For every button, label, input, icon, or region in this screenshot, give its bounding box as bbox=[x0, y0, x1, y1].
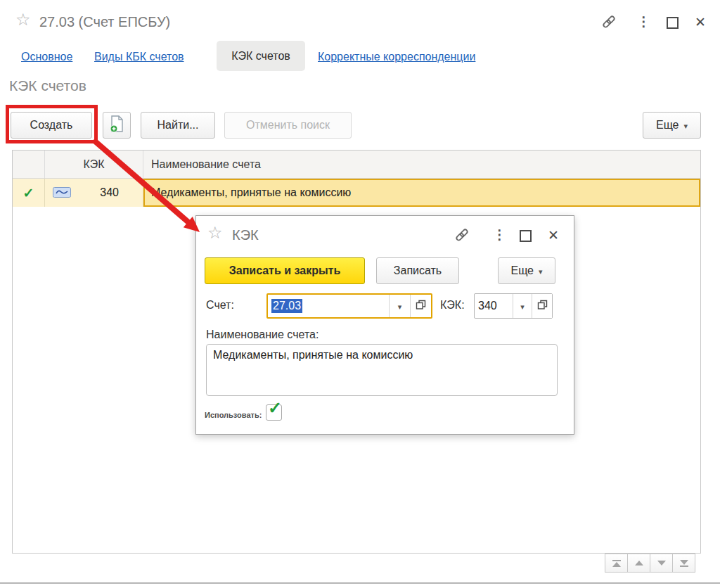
maximize-icon[interactable] bbox=[667, 17, 679, 29]
row-kek-cell[interactable]: 340 bbox=[45, 179, 143, 207]
window-title: 27.03 (Счет ЕПСБУ) bbox=[39, 14, 170, 30]
kek-value-text: 340 bbox=[478, 300, 497, 312]
account-dropdown-icon: ▾ bbox=[398, 302, 402, 311]
window-bottom-border bbox=[0, 582, 720, 584]
kek-field: 340 ▾ bbox=[474, 293, 553, 319]
scroll-top-triangle-icon bbox=[612, 562, 621, 567]
save-button-label: Записать bbox=[394, 264, 442, 277]
new-document-plus-icon bbox=[110, 115, 124, 136]
dialog-get-link-icon[interactable] bbox=[454, 226, 470, 246]
account-dropdown-button[interactable]: ▾ bbox=[389, 295, 410, 317]
more-button[interactable]: Еще ▾ bbox=[643, 112, 701, 139]
down-triangle-icon bbox=[657, 561, 666, 565]
scroll-to-top-button[interactable] bbox=[605, 554, 628, 573]
table-header-kek: КЭК bbox=[45, 151, 143, 178]
table-header-marker-column bbox=[13, 151, 45, 178]
scroll-down-button[interactable] bbox=[650, 554, 673, 573]
scroll-up-button[interactable] bbox=[627, 554, 650, 573]
check-mark-icon: ✓ bbox=[23, 185, 34, 201]
kek-input[interactable]: 340 bbox=[475, 294, 513, 318]
row-kek-value: 340 bbox=[100, 186, 119, 199]
get-link-icon[interactable] bbox=[600, 13, 617, 33]
table-header-name: Наименование счета bbox=[143, 151, 700, 178]
dialog-more-label: Еще bbox=[510, 264, 534, 277]
create-button[interactable]: Создать bbox=[11, 112, 92, 139]
account-field: 27.03 ▾ bbox=[266, 293, 432, 319]
table-pager bbox=[605, 554, 695, 573]
kek-field-label: КЭК: bbox=[440, 299, 465, 312]
tab-vidy-kbk[interactable]: Виды КБК счетов bbox=[94, 51, 184, 63]
row-marker-cell[interactable]: ✓ bbox=[13, 179, 45, 207]
kek-dialog: ☆ КЭК ⋮ ✕ Записать и закрыть Записать Ещ… bbox=[195, 215, 574, 435]
kek-choose-button[interactable] bbox=[532, 294, 552, 318]
account-field-label: Счет: bbox=[206, 299, 234, 312]
chevron-down-icon: ▾ bbox=[684, 121, 688, 130]
kek-dropdown-icon: ▾ bbox=[520, 302, 525, 311]
tab-osnovnoe[interactable]: Основное bbox=[21, 51, 72, 63]
dialog-menu-dots-icon[interactable]: ⋮ bbox=[493, 228, 506, 241]
tab-kek-schetov[interactable]: КЭК счетов bbox=[217, 41, 305, 71]
name-textarea[interactable]: Медикаменты, принятые на комиссию bbox=[206, 344, 558, 396]
dialog-maximize-icon[interactable] bbox=[520, 230, 532, 242]
choose-from-list-icon bbox=[416, 300, 426, 313]
dialog-favorite-star-icon[interactable]: ☆ bbox=[207, 224, 223, 241]
use-checkbox[interactable]: ✓ bbox=[266, 404, 282, 421]
scroll-bottom-bar-icon bbox=[680, 565, 688, 567]
save-and-close-button[interactable]: Записать и закрыть bbox=[205, 257, 365, 284]
kek-choose-from-list-icon bbox=[537, 300, 548, 313]
cancel-search-button: Отменить поиск bbox=[224, 112, 352, 139]
checkbox-check-icon: ✓ bbox=[268, 400, 282, 416]
create-button-label: Создать bbox=[30, 119, 73, 132]
scroll-top-bar-icon bbox=[612, 560, 621, 561]
kek-dropdown-button[interactable]: ▾ bbox=[513, 294, 532, 318]
scroll-to-bottom-button[interactable] bbox=[672, 554, 695, 573]
up-triangle-icon bbox=[635, 561, 643, 565]
catalog-item-icon bbox=[53, 187, 71, 200]
account-selected-text: 27.03 bbox=[271, 299, 302, 313]
table-header-row: КЭК Наименование счета bbox=[13, 151, 700, 179]
row-name-value: Медикаменты, принятые на комиссию bbox=[151, 186, 351, 199]
save-button[interactable]: Записать bbox=[376, 257, 459, 284]
dialog-title: КЭК bbox=[232, 227, 259, 243]
row-name-cell-selected[interactable]: Медикаменты, принятые на комиссию bbox=[143, 179, 700, 207]
tab-kek-schetov-label: КЭК счетов bbox=[231, 50, 290, 63]
create-new-item-icon-button[interactable] bbox=[103, 112, 131, 139]
close-icon[interactable]: ✕ bbox=[695, 15, 706, 29]
favorite-star-icon[interactable]: ☆ bbox=[15, 11, 31, 28]
save-and-close-label: Записать и закрыть bbox=[229, 264, 341, 277]
cancel-search-label: Отменить поиск bbox=[246, 119, 330, 132]
page-title: КЭК счетов bbox=[9, 77, 86, 94]
dialog-more-button[interactable]: Еще ▾ bbox=[498, 257, 555, 284]
scroll-bottom-triangle-icon bbox=[680, 560, 688, 565]
table-row[interactable]: ✓ 340 Медикаменты, принятые на комиссию bbox=[13, 179, 700, 207]
find-button[interactable]: Найти... bbox=[141, 112, 215, 139]
more-button-label: Еще bbox=[656, 119, 679, 132]
find-button-label: Найти... bbox=[158, 119, 199, 132]
account-choose-button[interactable] bbox=[410, 295, 431, 317]
dialog-chevron-down-icon: ▾ bbox=[539, 267, 543, 276]
menu-dots-icon[interactable]: ⋮ bbox=[637, 15, 650, 28]
tab-korrespondencii[interactable]: Корректные корреспонденции bbox=[318, 51, 475, 63]
account-input[interactable]: 27.03 bbox=[268, 295, 389, 317]
app-window: ☆ 27.03 (Счет ЕПСБУ) ⋮ ✕ Основное Виды К… bbox=[0, 0, 720, 588]
dialog-close-icon[interactable]: ✕ bbox=[548, 229, 559, 242]
name-field-label: Наименование счета: bbox=[206, 328, 319, 341]
use-checkbox-label: Использовать: bbox=[205, 411, 262, 419]
